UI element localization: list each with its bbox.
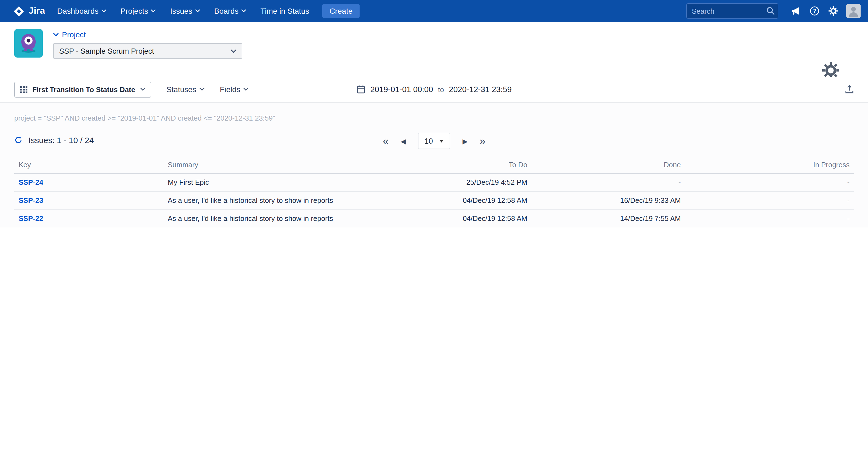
settings-gear-icon[interactable] bbox=[828, 5, 839, 17]
date-from: 2019-01-01 00:00 bbox=[370, 85, 433, 94]
jql-query-text: project = "SSP" AND created >= "2019-01-… bbox=[0, 102, 868, 122]
user-avatar[interactable] bbox=[846, 4, 861, 18]
next-page-button[interactable]: ▶ bbox=[463, 137, 468, 145]
chevron-down-icon bbox=[244, 88, 249, 91]
pagination-top: « ◀ 10 ▶ » bbox=[383, 133, 486, 149]
chevron-down-icon bbox=[53, 33, 59, 36]
project-label: Project bbox=[62, 30, 86, 39]
issue-summary: My First Epic bbox=[163, 174, 378, 191]
date-to-word: to bbox=[438, 85, 444, 93]
menu-time-in-status[interactable]: Time in Status bbox=[260, 7, 309, 16]
column-header-inprogress: In Progress bbox=[685, 156, 854, 174]
project-select-value: SSP - Sample Scrum Project bbox=[59, 47, 154, 55]
column-header-key: Key bbox=[14, 156, 163, 174]
statuses-dropdown[interactable]: Statuses bbox=[166, 85, 205, 94]
grid-icon bbox=[20, 86, 27, 93]
issue-todo-date: 25/Dec/19 4:52 PM bbox=[378, 174, 532, 191]
column-header-done: Done bbox=[532, 156, 685, 174]
chevron-down-icon bbox=[101, 9, 106, 12]
refresh-icon[interactable] bbox=[14, 136, 23, 144]
project-header: Project SSP - Sample Scrum Project bbox=[0, 22, 868, 77]
search-input[interactable] bbox=[687, 7, 778, 15]
chevron-down-icon bbox=[241, 9, 246, 12]
table-row: SSP-23 As a user, I'd like a historical … bbox=[14, 191, 854, 210]
issue-done-date: - bbox=[532, 174, 685, 191]
report-toolbar: First Transition To Status Date Statuses… bbox=[0, 77, 868, 102]
issue-inprogress-date: - bbox=[685, 174, 854, 191]
issue-summary: As a user, I'd like a historical story t… bbox=[163, 191, 378, 210]
table-row: SSP-22 As a user, I'd like a historical … bbox=[14, 210, 854, 228]
issue-done-date: 16/Dec/19 9:33 AM bbox=[532, 191, 685, 210]
date-range-picker[interactable]: 2019-01-01 00:00 to 2020-12-31 23:59 bbox=[356, 85, 512, 94]
fields-dropdown[interactable]: Fields bbox=[220, 85, 249, 94]
main-menu: Dashboards Projects Issues Boards Time i… bbox=[57, 7, 309, 16]
issue-todo-date: 04/Dec/19 12:58 AM bbox=[378, 191, 532, 210]
issues-table: Key Summary To Do Done In Progress SSP-2… bbox=[14, 156, 854, 228]
svg-text:?: ? bbox=[813, 8, 816, 14]
issues-count-label: Issues: 1 - 10 / 24 bbox=[29, 135, 94, 145]
issue-rows: SSP-24 My First Epic 25/Dec/19 4:52 PM -… bbox=[14, 174, 854, 228]
project-dropdown-toggle[interactable]: Project bbox=[53, 30, 242, 39]
column-header-todo: To Do bbox=[378, 156, 532, 174]
column-header-summary: Summary bbox=[163, 156, 378, 174]
table-row: SSP-24 My First Epic 25/Dec/19 4:52 PM -… bbox=[14, 174, 854, 191]
date-to: 2020-12-31 23:59 bbox=[449, 85, 512, 94]
page-size-value: 10 bbox=[424, 136, 433, 145]
jira-logo-icon bbox=[13, 5, 25, 17]
jira-home-link[interactable]: Jira bbox=[13, 5, 45, 17]
calendar-icon bbox=[356, 85, 365, 94]
page-size-caret-icon bbox=[440, 140, 444, 142]
chevron-down-icon bbox=[195, 9, 200, 12]
chevron-down-icon bbox=[231, 49, 236, 53]
jira-window: Jira Dashboards Projects Issues Boards T… bbox=[0, 0, 868, 228]
export-icon bbox=[845, 85, 854, 94]
issue-done-date: 14/Dec/19 7:55 AM bbox=[532, 210, 685, 228]
issue-key-link[interactable]: SSP-23 bbox=[19, 196, 43, 205]
issue-key-link[interactable]: SSP-22 bbox=[19, 214, 43, 222]
search-icon[interactable] bbox=[766, 7, 775, 17]
list-controls-top: Issues: 1 - 10 / 24 « ◀ 10 ▶ » bbox=[14, 131, 854, 153]
prev-page-button[interactable]: ◀ bbox=[401, 137, 406, 145]
issue-key-link[interactable]: SSP-24 bbox=[19, 178, 43, 186]
issue-todo-date: 04/Dec/19 12:58 AM bbox=[378, 210, 532, 228]
issue-inprogress-date: - bbox=[685, 210, 854, 228]
project-avatar bbox=[14, 29, 43, 58]
chevron-down-icon bbox=[151, 9, 156, 12]
top-navbar: Jira Dashboards Projects Issues Boards T… bbox=[0, 0, 868, 22]
menu-dashboards[interactable]: Dashboards bbox=[57, 7, 106, 16]
search-box bbox=[686, 3, 778, 19]
brand-label: Jira bbox=[29, 5, 45, 17]
menu-projects[interactable]: Projects bbox=[121, 7, 156, 16]
report-type-button[interactable]: First Transition To Status Date bbox=[14, 82, 151, 97]
first-page-button[interactable]: « bbox=[383, 136, 389, 146]
last-page-button[interactable]: » bbox=[479, 136, 486, 146]
feedback-megaphone-icon[interactable] bbox=[790, 5, 801, 17]
create-button[interactable]: Create bbox=[322, 4, 360, 18]
export-button[interactable] bbox=[845, 85, 854, 94]
project-select[interactable]: SSP - Sample Scrum Project bbox=[53, 43, 242, 59]
issue-summary: As a user, I'd like a historical story t… bbox=[163, 210, 378, 228]
issue-inprogress-date: - bbox=[685, 191, 854, 210]
report-content: project = "SSP" AND created >= "2019-01-… bbox=[0, 102, 868, 228]
help-icon[interactable]: ? bbox=[809, 5, 820, 17]
report-type-label: First Transition To Status Date bbox=[32, 85, 135, 93]
page-size-select[interactable]: 10 bbox=[418, 133, 450, 149]
menu-issues[interactable]: Issues bbox=[170, 7, 200, 16]
menu-boards[interactable]: Boards bbox=[214, 7, 246, 16]
table-header-row: Key Summary To Do Done In Progress bbox=[14, 156, 854, 174]
chevron-down-icon bbox=[140, 88, 145, 91]
chevron-down-icon bbox=[199, 88, 205, 91]
navbar-right: ? bbox=[686, 3, 861, 19]
